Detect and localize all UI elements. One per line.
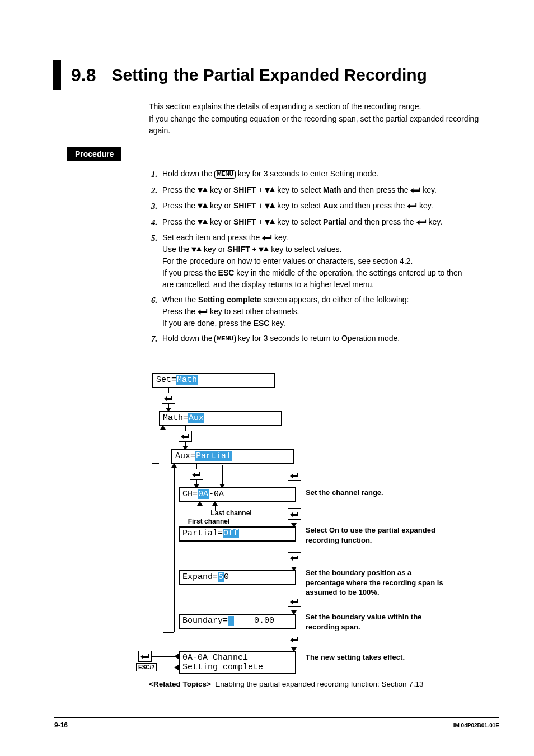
enter-icon-box (190, 469, 203, 480)
step-3: 3. Press the key or SHIFT + key to selec… (151, 200, 465, 213)
enter-icon (198, 308, 208, 315)
step-body: Hold down the MENU key for 3 seconds to … (162, 333, 465, 346)
step-6: 6. When the Setting complete screen appe… (151, 294, 465, 329)
flow-box-math-aux: Math=Aux (159, 411, 282, 426)
text: key. (272, 233, 288, 242)
step-body: Press the key or SHIFT + key to select M… (162, 184, 465, 197)
partial-key: Partial (323, 217, 347, 226)
flow-line (152, 463, 159, 464)
text: key. (420, 185, 437, 194)
enter-icon-box (288, 552, 301, 563)
text: + (256, 217, 265, 226)
flow-line (163, 425, 163, 632)
page-number: 9-16 (54, 721, 68, 729)
arrow-up-icon (160, 425, 166, 430)
text: key to select (275, 201, 323, 210)
text: 0 (224, 572, 229, 582)
flowchart: Set=Math Math=Aux Aux=Partial CH=0A-0A S… (149, 373, 490, 675)
flow-box-aux-partial: Aux=Partial (171, 449, 294, 464)
step-4: 4. Press the key or SHIFT + key to selec… (151, 216, 465, 229)
step-num: 4. (151, 216, 162, 229)
step-1: 1. Hold down the MENU key for 3 seconds … (151, 168, 465, 181)
flow-highlight: Aux (188, 413, 204, 423)
flow-box-channel: CH=0A-0A (179, 487, 296, 502)
esc-key: ESC (218, 268, 235, 277)
text: and then press the (341, 185, 411, 194)
flow-box-set-math: Set=Math (152, 373, 275, 388)
enter-icon-box (288, 470, 301, 481)
shift-key: SHIFT (227, 245, 250, 254)
updown-icon (265, 186, 275, 194)
procedure-rule (54, 156, 499, 156)
updown-icon (265, 218, 275, 226)
updown-icon (198, 202, 208, 209)
text: key. (417, 201, 433, 210)
text: key for 3 seconds to enter Setting mode. (236, 169, 378, 178)
step-num: 3. (151, 200, 162, 213)
text: Press the (162, 217, 198, 226)
menu-key-icon: MENU (214, 335, 235, 343)
related-topics: <Related Topics> Enabling the partial ex… (149, 680, 424, 688)
updown-icon (265, 202, 275, 209)
text: key to select (275, 185, 323, 194)
section-number: 9.8 (71, 65, 96, 86)
enter-icon-box (138, 651, 152, 662)
step-num: 5. (151, 232, 162, 291)
math-key: Math (323, 185, 341, 194)
text: key to select (275, 217, 323, 226)
enter-icon (407, 202, 417, 209)
text: key or (208, 185, 233, 194)
text: + (256, 185, 265, 194)
shift-key: SHIFT (233, 217, 256, 226)
shift-key: SHIFT (233, 185, 256, 194)
text: Math= (163, 413, 188, 423)
step-body: Press the key or SHIFT + key to select A… (162, 200, 465, 213)
flow-label-complete: The new setting takes effect. (306, 652, 451, 662)
text: 0.00 (234, 616, 274, 626)
flow-box-partial-off: Partial=Off (179, 526, 296, 542)
step-body: Hold down the MENU key for 3 seconds to … (162, 168, 465, 181)
text: + (250, 245, 259, 254)
text: When the (162, 295, 198, 304)
text: + (256, 201, 265, 210)
shift-key: SHIFT (233, 201, 256, 210)
text: If you press the (162, 268, 218, 277)
text: Partial= (182, 529, 223, 538)
related-text: Enabling the partial expanded recording … (211, 680, 424, 688)
flow-highlight: Off (223, 529, 239, 538)
text: Press the (162, 307, 198, 316)
text: screen appears, do either of the followi… (261, 295, 409, 304)
text: 0A-0A Channel (182, 653, 248, 662)
intro-text: This section explains the details of exp… (149, 101, 485, 137)
flow-highlight: Math (176, 375, 198, 385)
section-bar (53, 60, 61, 90)
flow-highlight: Partial (195, 451, 232, 461)
step-body: When the Setting complete screen appears… (162, 294, 465, 329)
text: key to set other channels. (208, 307, 299, 316)
text: If you are done, press the (162, 319, 254, 328)
flow-line (152, 463, 152, 657)
enter-icon (262, 234, 272, 241)
text: Hold down the (162, 334, 214, 343)
esc-key-box: ESC/? (136, 663, 157, 671)
flow-line (294, 487, 294, 526)
text: key or (208, 201, 233, 210)
text: Aux= (175, 451, 195, 461)
step-7: 7. Hold down the MENU key for 3 seconds … (151, 333, 465, 346)
text: Set= (156, 375, 176, 385)
text: Press the (162, 201, 198, 210)
text: key for 3 seconds to return to Operation… (236, 334, 400, 343)
flow-box-expand: Expand=50 (179, 570, 296, 585)
flow-label-boundary: Set the boundary value within the record… (306, 612, 451, 632)
flow-label-first-channel: First channel (184, 518, 234, 526)
text: Set each item and press the (162, 233, 262, 242)
text: Setting complete (182, 662, 263, 672)
section-header: 9.8 Setting the Partial Expanded Recordi… (53, 60, 499, 90)
updown-icon (259, 246, 269, 253)
text: CH= (182, 489, 198, 499)
enter-icon-box (288, 596, 301, 607)
setting-complete: Setting complete (198, 295, 261, 304)
enter-icon-box (288, 508, 301, 520)
text: key. (269, 319, 285, 328)
step-num: 6. (151, 294, 162, 329)
